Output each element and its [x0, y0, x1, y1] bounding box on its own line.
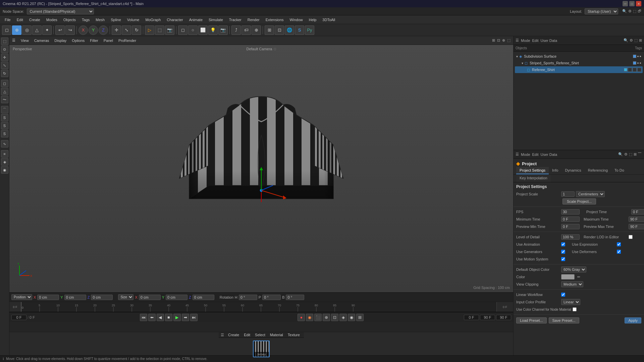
spline-tool[interactable]: 〜	[1, 96, 8, 103]
python-btn[interactable]: Py	[305, 25, 314, 35]
rotate-tool-btn[interactable]: ↻	[132, 25, 141, 35]
input-color-select[interactable]: Linear sRGB	[561, 299, 580, 305]
referee-shirt-row[interactable]: ◻ Referee_Shirt	[515, 66, 643, 73]
use-deformers-checkbox[interactable]	[617, 250, 621, 254]
cylinder-primitive-btn[interactable]: ⬜	[198, 25, 208, 35]
z-pos-input[interactable]	[91, 295, 113, 300]
subdivision-surface-row[interactable]: ▾ ◈ Subdivision Surface ● ●	[515, 53, 643, 60]
shirt-expand-icon[interactable]: ▾	[522, 61, 523, 65]
x-pos-input[interactable]	[37, 295, 59, 300]
menu-modes[interactable]: Modes	[44, 17, 60, 22]
prop-edit-btn[interactable]: Edit	[532, 153, 539, 157]
prop-search-icon[interactable]: 🔍	[618, 152, 623, 157]
mat-edit-btn[interactable]: Edit	[242, 332, 252, 338]
menu-window[interactable]: Window	[287, 17, 306, 22]
play-btn[interactable]: ▶	[173, 314, 181, 321]
size-mode-select[interactable]: Size	[118, 294, 133, 300]
apply-button[interactable]: Apply	[625, 317, 641, 323]
start-time-input[interactable]	[464, 315, 479, 320]
menu-objects[interactable]: Objects	[61, 17, 78, 22]
obj-edit-btn[interactable]: Edit	[532, 39, 539, 43]
use-motion-checkbox[interactable]	[561, 257, 565, 261]
minimize-button[interactable]: ─	[623, 1, 628, 6]
ref-vis3[interactable]	[637, 68, 641, 72]
ref-vis1[interactable]	[628, 68, 632, 72]
y-axis-btn[interactable]: Y	[89, 25, 98, 35]
model-mode-btn[interactable]: ◻	[2, 25, 11, 35]
menu-extensions[interactable]: Extensions	[263, 17, 286, 22]
max-time-input[interactable]	[629, 217, 644, 222]
point-mode-btn[interactable]: ✦	[42, 25, 52, 35]
hair-tool[interactable]: ∿	[1, 140, 8, 147]
use-animation-checkbox[interactable]	[561, 242, 565, 246]
h-rot-input[interactable]	[239, 295, 257, 300]
menu-tags[interactable]: Tags	[79, 17, 92, 22]
menu-animate[interactable]: Animate	[186, 17, 205, 22]
snap-btn[interactable]: ⊡	[275, 25, 284, 35]
menu-edit[interactable]: Edit	[14, 17, 26, 22]
light-btn[interactable]: 💡	[208, 25, 218, 35]
side-tab[interactable]: |	[638, 152, 642, 157]
mograph-tool[interactable]: S	[1, 130, 8, 137]
tab-dynamics[interactable]: Dynamics	[561, 167, 584, 174]
project-time-input[interactable]	[631, 209, 644, 215]
redo-btn[interactable]: ↪	[65, 25, 75, 35]
viewport-icon1[interactable]: ⊞	[492, 38, 495, 43]
use-expression-checkbox[interactable]	[617, 242, 621, 246]
layout-select[interactable]: Startup (User)	[585, 8, 618, 14]
sculpt-tool[interactable]: S	[1, 122, 8, 129]
motion3-btn[interactable]: ◈	[339, 314, 347, 321]
3d-viewport[interactable]	[169, 85, 354, 252]
layers-tool[interactable]: ≡	[1, 150, 8, 158]
maximize-button[interactable]: □	[629, 1, 635, 6]
p-rot-input[interactable]	[262, 295, 281, 300]
jersey-material[interactable]: Jersey	[253, 341, 270, 357]
obj-hamburger[interactable]: ☰	[516, 38, 519, 43]
mat-select-btn[interactable]: Select	[253, 332, 267, 338]
x-axis-btn[interactable]: X	[78, 25, 88, 35]
cameras-menu-btn[interactable]: Cameras	[34, 39, 49, 43]
search-icon[interactable]: 🔍	[622, 9, 627, 13]
b-rot-input[interactable]	[286, 295, 304, 300]
min-time-input[interactable]	[561, 217, 580, 222]
viewport-icon2[interactable]: ⊡	[497, 38, 500, 43]
obj-mode-btn[interactable]: Mode	[521, 39, 530, 43]
prop-userdata-btn[interactable]: User Data	[541, 153, 557, 157]
undo-btn[interactable]: ↩	[55, 25, 65, 35]
tag-btn[interactable]: 🏷	[241, 25, 251, 35]
xpresso-tool[interactable]: ◉	[1, 166, 8, 174]
expand-icon[interactable]: ⬚	[633, 9, 636, 13]
paint-tool[interactable]: S	[1, 114, 8, 121]
settings-icon[interactable]: ⚙	[628, 9, 632, 13]
render-btn[interactable]: ▷	[145, 25, 154, 35]
display-menu-btn[interactable]: Display	[54, 39, 66, 43]
panel-menu-btn[interactable]: Panel	[104, 39, 113, 43]
camera-btn[interactable]: 📷	[218, 25, 228, 35]
goto-end-btn[interactable]: ⏭	[190, 314, 198, 321]
hamburger-menu-btn[interactable]: ☰	[12, 38, 15, 43]
move-tool[interactable]: ✛	[1, 54, 8, 61]
asset-tool[interactable]: ◈	[1, 158, 8, 166]
y-size-input[interactable]	[166, 295, 187, 300]
object-mode-btn[interactable]: ⊕	[12, 25, 21, 35]
subdiv-vis-color[interactable]	[633, 55, 636, 58]
preview-min-input[interactable]	[561, 224, 580, 229]
motion-btn[interactable]: ⊕	[323, 314, 330, 321]
motion2-btn[interactable]: ⊡	[331, 314, 338, 321]
menu-spline[interactable]: Spline	[108, 17, 124, 22]
tab-todo[interactable]: To Do	[611, 167, 628, 174]
keyframe-btn[interactable]: ⬛	[314, 314, 322, 321]
menu-mograph[interactable]: MoGraph	[143, 17, 164, 22]
window-icon[interactable]: 🗗	[638, 9, 641, 13]
viewport-icon3[interactable]: ⊕	[502, 38, 505, 43]
menu-3dtoall[interactable]: 3DToAll	[320, 17, 338, 22]
render-lod-checkbox[interactable]	[629, 235, 633, 239]
stop-btn[interactable]: ■	[165, 314, 172, 321]
subdiv-vis-icon[interactable]: ●	[637, 55, 639, 58]
prev-frame-btn[interactable]: ⬅	[148, 314, 156, 321]
mat-create-btn[interactable]: Create	[226, 332, 241, 338]
y-pos-input[interactable]	[64, 295, 86, 300]
obj-userdata-btn[interactable]: User Data	[541, 39, 557, 43]
prop-settings-icon[interactable]: ⚙	[624, 152, 628, 157]
cube-primitive-btn[interactable]: ◻	[178, 25, 187, 35]
